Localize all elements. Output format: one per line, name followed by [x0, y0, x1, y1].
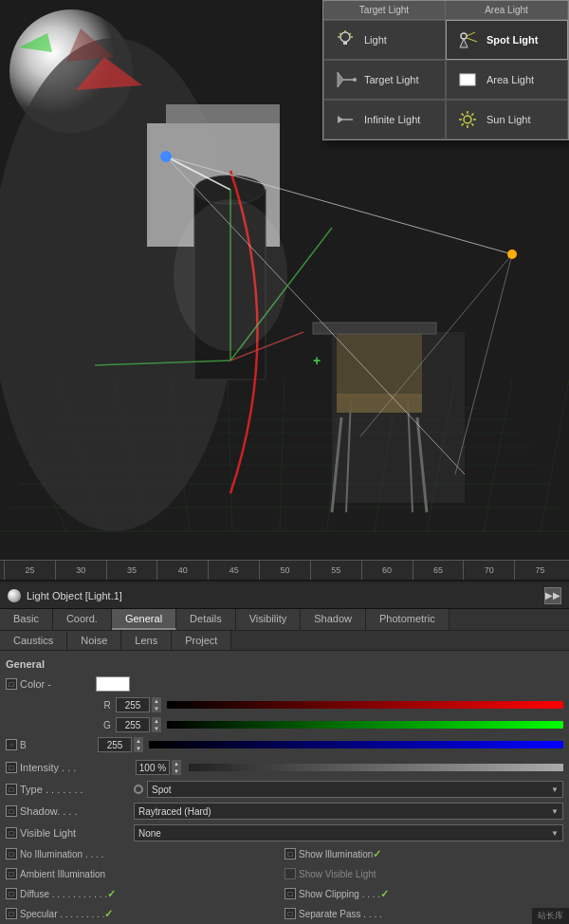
separate-pass-checkbox[interactable]: □	[284, 908, 296, 919]
show-clipping-checkbox[interactable]: □	[284, 888, 296, 899]
svg-rect-22	[147, 123, 280, 247]
color-swatch[interactable]	[96, 676, 130, 692]
g-slider[interactable]	[167, 721, 563, 729]
light-type-light-label: Light	[364, 34, 387, 46]
light-type-targetlight[interactable]: Target Light	[323, 60, 446, 100]
svg-line-27	[332, 417, 341, 512]
g-up[interactable]: ▲	[152, 717, 161, 725]
r-slider[interactable]	[167, 701, 563, 709]
properties-panel: Light Object [Light.1] ▶▶ Basic Coord. G…	[0, 581, 569, 924]
ambient-illumination-checkbox[interactable]: □	[6, 868, 17, 879]
shadow-dropdown[interactable]: Raytraced (Hard) ▼	[134, 803, 563, 820]
tab-photometric[interactable]: Photometric	[366, 609, 450, 630]
color-checkbox[interactable]: □	[6, 678, 17, 690]
tick-40: 40	[156, 561, 208, 580]
show-clipping-label: Show Clipping . . . .	[299, 889, 380, 899]
tab-general[interactable]: General	[112, 609, 176, 630]
r-arrows[interactable]: ▲ ▼	[152, 697, 161, 712]
tab-caustics[interactable]: Caustics	[0, 631, 67, 650]
tab-shadow[interactable]: Shadow	[301, 609, 366, 630]
r-up[interactable]: ▲	[152, 697, 161, 705]
type-dropdown-arrow: ▼	[551, 785, 559, 794]
svg-rect-24	[194, 190, 266, 379]
b-checkbox[interactable]: ○	[6, 739, 17, 750]
light-type-light[interactable]: Light	[323, 20, 446, 60]
tab-lens[interactable]: Lens	[121, 631, 172, 650]
light-menu-tab-arealight[interactable]: Area Light	[446, 1, 568, 19]
b-slider[interactable]	[149, 741, 563, 748]
light-type-menu[interactable]: Target Light Area Light	[322, 0, 569, 140]
red-channel-row: R 255 ▲ ▼	[6, 695, 563, 714]
tab-noise[interactable]: Noise	[67, 631, 121, 650]
svg-marker-66	[338, 116, 343, 123]
b-down[interactable]: ▼	[134, 745, 143, 752]
show-visible-light-checkbox[interactable]	[284, 868, 296, 879]
show-illumination-checkbox[interactable]: □	[284, 848, 296, 859]
light-type-sunlight-label: Sun Light	[486, 114, 530, 125]
intensity-arrows[interactable]: ▲ ▼	[172, 760, 181, 775]
intensity-up[interactable]: ▲	[172, 760, 181, 767]
svg-rect-51	[343, 42, 347, 45]
svg-line-72	[462, 114, 464, 116]
g-arrows[interactable]: ▲ ▼	[152, 717, 161, 732]
g-down[interactable]: ▼	[152, 725, 161, 732]
tab-project[interactable]: Project	[172, 631, 231, 650]
svg-line-40	[230, 332, 303, 360]
bulb-icon	[332, 27, 358, 53]
intensity-down[interactable]: ▼	[172, 767, 181, 775]
visible-light-dropdown[interactable]: None ▼	[134, 824, 563, 841]
light-type-spotlight[interactable]: Spot Light	[446, 20, 568, 60]
nav-end-button[interactable]: ▶▶	[544, 587, 561, 604]
light-menu-grid: Light Spot Light	[323, 20, 568, 139]
separate-pass-label: Separate Pass . . . .	[299, 909, 382, 919]
specular-label: Specular . . . . . . . . .	[20, 909, 104, 919]
svg-line-10	[57, 379, 104, 531]
intensity-value[interactable]: 100 %	[136, 760, 170, 775]
show-clipping-checkmark: ✓	[380, 888, 389, 900]
intensity-checkbox[interactable]: □	[6, 762, 17, 773]
shadow-dropdown-arrow: ▼	[551, 807, 559, 816]
diffuse-label: Diffuse . . . . . . . . . . .	[20, 889, 107, 899]
illum-row-4: □ Specular . . . . . . . . . ✓ □ Separat…	[6, 904, 563, 923]
type-dropdown[interactable]: Spot ▼	[147, 781, 563, 798]
svg-line-18	[484, 379, 512, 531]
b-arrows[interactable]: ▲ ▼	[134, 737, 143, 752]
r-down[interactable]: ▼	[152, 705, 161, 712]
shadow-value: Raytraced (Hard)	[138, 806, 211, 817]
light-menu-tab-targetlight[interactable]: Target Light	[323, 1, 446, 19]
g-value[interactable]: 255	[116, 717, 150, 732]
light-type-arealight[interactable]: Area Light	[446, 60, 568, 100]
tab-visibility[interactable]: Visibility	[236, 609, 302, 630]
shadow-label: Shadow. . . .	[20, 805, 134, 817]
no-illumination-checkbox[interactable]: □	[6, 848, 17, 859]
prop-body: General □ Color - R 255 ▲ ▼ G 255 ▲ ▼	[0, 651, 569, 924]
tick-65: 65	[413, 561, 464, 580]
tick-45: 45	[208, 561, 259, 580]
visible-light-checkbox[interactable]: □	[6, 827, 17, 839]
tab-details[interactable]: Details	[176, 609, 236, 630]
svg-line-55	[340, 33, 340, 34]
b-value[interactable]: 255	[98, 737, 132, 752]
specular-checkbox[interactable]: □	[6, 908, 17, 919]
diffuse-checkbox[interactable]: □	[6, 888, 17, 899]
color-label: Color -	[20, 678, 96, 690]
r-value[interactable]: 255	[116, 697, 150, 712]
type-checkbox[interactable]: □	[6, 784, 17, 795]
light-type-infinitelight[interactable]: Infinite Light	[323, 100, 446, 139]
type-radio[interactable]	[134, 785, 143, 794]
svg-marker-61	[338, 72, 343, 87]
diffuse-checkmark: ✓	[107, 888, 116, 900]
tab-basic[interactable]: Basic	[0, 609, 53, 630]
prop-title-bar: Light Object [Light.1] ▶▶	[0, 582, 569, 609]
illum-col-diffuse: □ Diffuse . . . . . . . . . . . ✓	[6, 888, 284, 900]
b-up[interactable]: ▲	[134, 737, 143, 745]
tick-55: 55	[310, 561, 361, 580]
illum-col-show-illum: □ Show Illumination ✓	[284, 848, 563, 860]
illum-row-3: □ Diffuse . . . . . . . . . . . ✓ □ Show…	[6, 884, 563, 903]
intensity-slider[interactable]	[189, 764, 563, 771]
shadow-checkbox[interactable]: □	[6, 805, 17, 817]
light-type-sunlight[interactable]: Sun Light	[446, 100, 568, 139]
svg-line-9	[0, 379, 66, 531]
tab-coord[interactable]: Coord.	[53, 609, 112, 630]
svg-line-16	[375, 379, 398, 531]
